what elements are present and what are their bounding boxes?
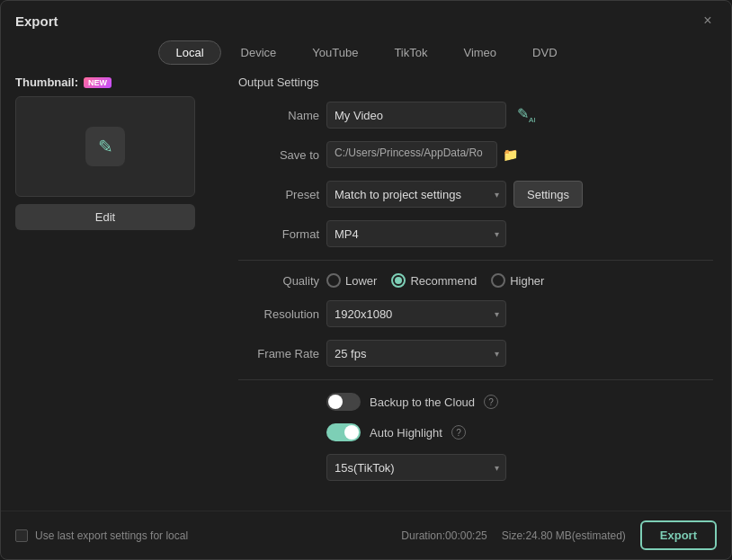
last-settings-label: Use last export settings for local <box>35 529 188 542</box>
quality-higher-label: Higher <box>510 274 544 288</box>
folder-icon[interactable]: 📁 <box>503 147 518 162</box>
tab-local[interactable]: Local <box>158 40 220 65</box>
quality-recommend-radio[interactable] <box>391 273 406 288</box>
main-content: Thumbnail: NEW ✎ Edit Output Settings Na… <box>1 76 731 511</box>
backup-toggle-knob <box>328 395 343 409</box>
close-button[interactable]: × <box>699 12 717 30</box>
highlight-select-row: 15s(TikTok) ▾ <box>238 454 713 481</box>
footer-right: Duration:00:00:25 Size:24.80 MB(estimate… <box>401 520 717 550</box>
name-label: Name <box>238 109 319 122</box>
highlight-toggle-row: Auto Highlight ? <box>238 423 713 441</box>
highlight-select-wrapper: 15s(TikTok) ▾ <box>326 454 506 481</box>
thumbnail-preview: ✎ <box>15 96 195 197</box>
left-panel: Thumbnail: NEW ✎ Edit <box>15 76 231 511</box>
quality-higher-radio[interactable] <box>491 273 505 288</box>
thumbnail-label-text: Thumbnail: <box>15 76 78 89</box>
quality-lower-option[interactable]: Lower <box>326 273 377 288</box>
quality-options: Lower Recommend Higher <box>326 273 544 288</box>
resolution-row: Resolution 1920x1080 ▾ <box>238 300 713 327</box>
new-badge: NEW <box>84 77 112 88</box>
save-to-input-group: C:/Users/Princess/AppData/Ro 📁 <box>326 141 518 168</box>
tab-youtube[interactable]: YouTube <box>296 40 374 65</box>
preset-label: Preset <box>238 188 319 201</box>
title-bar: Export × <box>1 1 731 37</box>
divider-1 <box>238 260 713 261</box>
quality-lower-radio[interactable] <box>326 273 341 288</box>
last-settings-checkbox[interactable] <box>15 529 28 542</box>
divider-2 <box>238 379 713 380</box>
framerate-row: Frame Rate 25 fps ▾ <box>238 340 713 367</box>
save-to-path: C:/Users/Princess/AppData/Ro <box>326 141 497 168</box>
footer: Use last export settings for local Durat… <box>1 511 731 559</box>
quality-recommend-label: Recommend <box>410 274 477 288</box>
backup-label: Backup to the Cloud <box>370 396 475 409</box>
right-panel: Output Settings Name ✎AI Save to C:/User… <box>231 76 717 511</box>
backup-help-icon[interactable]: ? <box>484 395 498 409</box>
framerate-select-wrapper: 25 fps ▾ <box>326 340 506 367</box>
tab-device[interactable]: Device <box>225 40 293 65</box>
resolution-label: Resolution <box>238 307 319 321</box>
format-select[interactable]: MP4 <box>326 220 506 247</box>
save-to-row: Save to C:/Users/Princess/AppData/Ro 📁 <box>238 141 713 168</box>
name-row: Name ✎AI <box>238 102 713 129</box>
window-title: Export <box>15 13 58 29</box>
framerate-label: Frame Rate <box>238 347 319 360</box>
thumbnail-section-header: Thumbnail: NEW <box>15 76 217 89</box>
format-label: Format <box>238 227 319 241</box>
tab-dvd[interactable]: DVD <box>516 40 573 65</box>
quality-higher-option[interactable]: Higher <box>491 273 544 288</box>
name-input[interactable] <box>326 102 506 129</box>
preset-select-wrapper: Match to project settings ▾ <box>326 181 506 208</box>
highlight-toggle[interactable] <box>326 423 361 441</box>
resolution-select-wrapper: 1920x1080 ▾ <box>326 300 506 327</box>
highlight-help-icon[interactable]: ? <box>451 425 466 440</box>
settings-button[interactable]: Settings <box>513 181 583 208</box>
save-to-label: Save to <box>238 148 319 162</box>
duration-info: Duration:00:00:25 <box>401 529 487 542</box>
preset-select[interactable]: Match to project settings <box>326 181 506 208</box>
quality-label: Quality <box>238 274 319 288</box>
edit-button[interactable]: Edit <box>15 204 195 230</box>
highlight-toggle-knob <box>344 425 359 440</box>
tabs-bar: Local Device YouTube TikTok Vimeo DVD <box>1 37 731 76</box>
format-select-wrapper: MP4 ▾ <box>326 220 506 247</box>
framerate-select[interactable]: 25 fps <box>326 340 506 367</box>
highlight-select[interactable]: 15s(TikTok) <box>326 454 506 481</box>
preset-row: Preset Match to project settings ▾ Setti… <box>238 181 713 208</box>
backup-toggle[interactable] <box>326 393 361 411</box>
section-title: Output Settings <box>238 76 713 89</box>
backup-toggle-row: Backup to the Cloud ? <box>238 393 713 411</box>
size-info: Size:24.80 MB(estimated) <box>502 529 626 542</box>
ai-icon[interactable]: ✎AI <box>517 105 536 124</box>
quality-recommend-option[interactable]: Recommend <box>391 273 477 288</box>
resolution-select[interactable]: 1920x1080 <box>326 300 506 327</box>
export-button[interactable]: Export <box>640 520 717 550</box>
format-row: Format MP4 ▾ <box>238 220 713 247</box>
footer-left: Use last export settings for local <box>15 529 188 542</box>
export-window: Export × Local Device YouTube TikTok Vim… <box>0 0 732 560</box>
thumbnail-icon: ✎ <box>85 127 125 166</box>
tab-vimeo[interactable]: Vimeo <box>447 40 513 65</box>
tab-tiktok[interactable]: TikTok <box>378 40 443 65</box>
quality-row: Quality Lower Recommend Higher <box>238 273 713 288</box>
quality-lower-label: Lower <box>345 274 377 288</box>
highlight-label: Auto Highlight <box>370 426 442 440</box>
